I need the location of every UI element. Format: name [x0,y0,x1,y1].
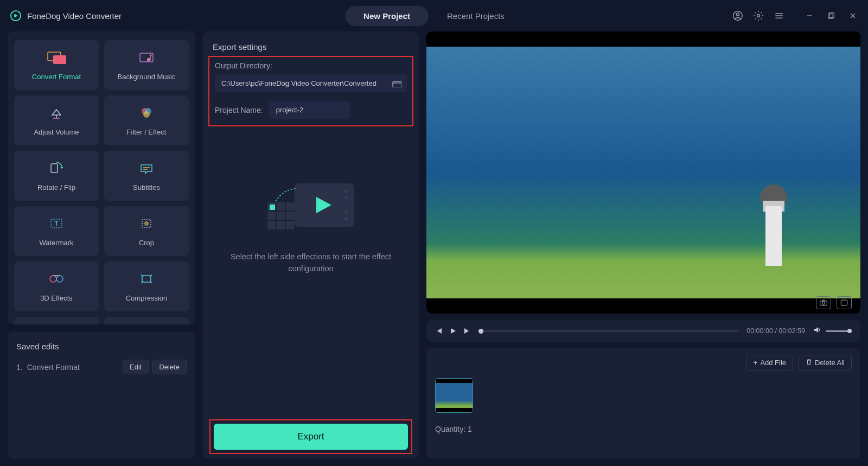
svg-rect-49 [841,300,847,305]
settings-icon[interactable] [753,10,764,21]
saved-edit-row: 1. Convert Format Edit Delete [16,360,187,374]
svg-point-40 [345,218,348,220]
volume-icon[interactable] [813,325,821,336]
add-file-button[interactable]: + Add File [746,355,793,371]
svg-point-28 [50,276,56,282]
tool-convert-format[interactable]: Convert Format [14,40,99,90]
left-panel: Convert Format Background Music Adjust V… [8,31,195,458]
volume-handle[interactable] [847,329,852,333]
export-button-highlight: Export [209,419,412,454]
tool-watermark[interactable]: T Watermark [14,206,99,256]
main-content: Convert Format Background Music Adjust V… [0,31,868,466]
close-icon[interactable] [847,10,858,21]
export-panel: Export settings Output Directory: C:\Use… [203,31,419,458]
partial-tool-icon-1 [46,320,67,324]
volume-control [813,325,852,336]
video-frame[interactable] [426,47,860,298]
svg-point-29 [56,276,63,282]
svg-point-20 [143,111,150,118]
tool-label: Rotate / Flip [37,183,75,191]
account-icon[interactable] [732,10,743,21]
logo-icon [10,10,22,22]
partial-tool-icon-2 [136,320,157,324]
tool-label: Filter / Effect [127,128,167,136]
svg-point-39 [345,211,348,214]
browse-folder-icon[interactable] [392,80,401,87]
lighthouse-graphic [757,184,790,266]
player-bar: 00:00:00 / 00:02:59 [426,320,860,342]
tool-adjust-volume[interactable]: Adjust Volume [14,95,99,145]
seek-track[interactable] [478,330,739,332]
tool-compression[interactable]: Compression [104,261,189,311]
export-button[interactable]: Export [214,424,408,450]
watermark-icon: T [46,216,67,231]
svg-rect-13 [53,55,66,64]
fullscreen-icon[interactable] [837,296,852,309]
tool-label: Background Music [118,73,176,81]
next-icon[interactable] [463,327,471,335]
project-name-input[interactable] [269,101,350,119]
tool-label: Adjust Volume [34,128,79,136]
edit-button[interactable]: Edit [123,360,149,374]
svg-rect-8 [829,13,834,18]
app-logo: FoneDog Video Converter [10,10,122,22]
svg-point-3 [757,15,760,17]
subtitles-icon [136,161,157,176]
convert-format-icon [46,50,67,65]
output-directory-label: Output Directory: [215,61,407,70]
svg-point-48 [822,302,825,304]
file-panel: + Add File Delete All Quantity: 1 [426,348,860,458]
effect-placeholder: Select the left side effections to start… [213,132,409,419]
tool-partial-1[interactable] [14,317,99,324]
tool-3d-effects[interactable]: 3D Effects [14,261,99,311]
svg-rect-46 [270,205,275,210]
tool-filter-effect[interactable]: Filter / Effect [104,95,189,145]
svg-point-2 [737,13,739,16]
delete-all-button[interactable]: Delete All [799,355,852,371]
screenshot-icon[interactable] [816,296,831,309]
tool-partial-2[interactable] [104,317,189,324]
seek-handle[interactable] [478,329,483,334]
svg-point-38 [345,197,348,200]
svg-point-15 [147,58,150,61]
play-icon[interactable] [449,327,457,335]
saved-edit-index: 1. [16,363,23,372]
tool-label: Subtitles [133,183,160,191]
tab-new-project[interactable]: New Project [345,6,429,26]
svg-point-27 [144,221,149,226]
project-name-label: Project Name: [215,106,263,114]
output-highlight: Output Directory: C:\Users\pc\FoneDog Vi… [208,56,413,126]
tool-subtitles[interactable]: Subtitles [104,151,189,201]
adjust-volume-icon [46,105,67,120]
svg-rect-31 [142,276,151,282]
saved-edits-title: Saved edits [16,342,187,351]
titlebar-actions [732,10,858,21]
playback-controls [435,327,471,335]
file-header: + Add File Delete All [435,355,852,371]
svg-point-37 [345,190,348,193]
output-directory-field[interactable]: C:\Users\pc\FoneDog Video Converter\Conv… [215,74,407,92]
plus-icon: + [754,359,758,367]
crop-icon [136,216,157,231]
tab-recent-projects[interactable]: Recent Projects [429,6,523,26]
filter-effect-icon [136,105,157,120]
tool-rotate-flip[interactable]: Rotate / Flip [14,151,99,201]
delete-button[interactable]: Delete [152,360,187,374]
volume-track[interactable] [826,330,852,332]
background-music-icon [136,50,157,65]
minimize-icon[interactable] [804,10,815,21]
svg-text:T: T [54,220,59,227]
maximize-icon[interactable] [826,10,837,21]
tool-background-music[interactable]: Background Music [104,40,189,90]
quantity-text: Quantity: 1 [435,425,852,433]
svg-rect-9 [828,14,833,19]
titlebar: FoneDog Video Converter New Project Rece… [0,0,868,31]
menu-icon[interactable] [774,10,784,21]
video-thumbnail[interactable] [435,378,473,413]
saved-edits-panel: Saved edits 1. Convert Format Edit Delet… [8,332,195,458]
rotate-flip-icon [46,161,67,176]
prev-icon[interactable] [435,327,443,335]
placeholder-text: Select the left side effections to start… [213,251,409,275]
trash-icon [806,359,812,367]
tool-crop[interactable]: Crop [104,206,189,256]
